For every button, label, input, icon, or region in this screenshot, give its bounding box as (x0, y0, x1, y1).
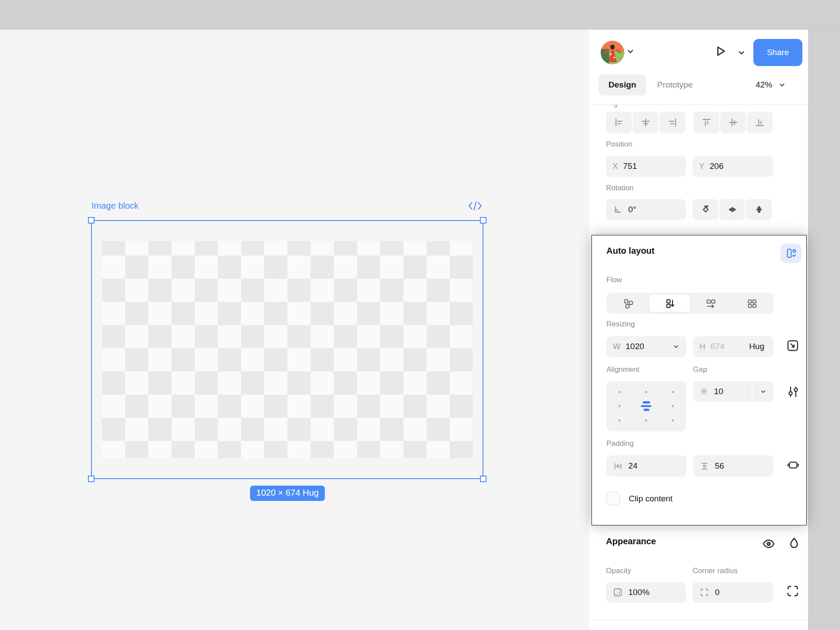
auto-layout-title: Auto layout (606, 246, 654, 256)
align-center-vertical-button[interactable] (720, 112, 746, 133)
avatar-figure (610, 45, 615, 49)
selection-handle-top-left[interactable] (88, 217, 94, 224)
chevron-down-icon[interactable] (672, 343, 680, 350)
align-left-button[interactable] (606, 112, 632, 133)
corner-radius-field[interactable]: 0 (693, 582, 773, 603)
avatar-figure (615, 49, 621, 53)
tab-design[interactable]: Design (598, 74, 646, 95)
avatar-figure (608, 49, 617, 62)
rotate-90-button[interactable] (693, 199, 718, 220)
corner-radius-value: 0 (715, 588, 720, 597)
padding-vertical-value: 56 (715, 461, 724, 471)
y-position-field[interactable]: Y 206 (693, 156, 773, 177)
window-top-bar (0, 0, 840, 30)
x-field-label: X (612, 162, 618, 171)
share-button[interactable]: Share (753, 39, 802, 66)
rotation-toolbar (693, 199, 772, 220)
angle-icon (612, 204, 623, 215)
alignment-toolbar-vertical (693, 112, 773, 133)
width-field[interactable]: W 1020 (606, 336, 686, 357)
size-badge: 1020 × 674 Hug (250, 486, 325, 501)
y-field-value: 206 (710, 161, 724, 171)
flip-horizontal-button[interactable] (719, 199, 745, 220)
flip-vertical-button[interactable] (746, 199, 772, 220)
gap-dropdown-button[interactable] (752, 381, 774, 402)
zoom-select[interactable]: 42% (756, 74, 786, 95)
scrolled-label-remnant: g (613, 105, 625, 110)
height-field[interactable]: H 674 Hug (693, 336, 774, 357)
auto-layout-applied-button[interactable] (780, 244, 802, 263)
y-field-label: Y (699, 162, 704, 171)
gap-control: 10 (693, 381, 774, 402)
droplet-icon (787, 536, 802, 550)
resize-to-fit-button[interactable] (786, 339, 800, 354)
layout-settings-button[interactable] (786, 385, 800, 400)
flow-vertical-button[interactable] (649, 294, 691, 312)
corner-radius-icon (699, 587, 710, 598)
transparent-checkerboard (102, 241, 473, 458)
selection-box[interactable] (91, 220, 483, 479)
play-icon[interactable] (712, 43, 728, 61)
frame-name-label[interactable]: Image block (91, 201, 139, 211)
blend-mode-button[interactable] (787, 536, 802, 552)
flow-segmented-control (606, 293, 774, 314)
alignment-label: Alignment (606, 365, 640, 374)
align-center-horizontal-button[interactable] (633, 112, 658, 133)
avatar[interactable] (601, 41, 624, 64)
flow-freeform-button[interactable] (608, 294, 649, 312)
horizontal-padding-icon (613, 461, 623, 471)
alignment-toolbar-horizontal (606, 112, 685, 133)
align-center-indicator (641, 401, 651, 411)
flow-horizontal-button[interactable] (690, 294, 732, 312)
opacity-label: Opacity (606, 567, 631, 575)
x-field-value: 751 (623, 161, 637, 171)
individual-padding-button[interactable] (786, 458, 800, 474)
padding-horizontal-value: 24 (628, 461, 637, 471)
visibility-button[interactable] (761, 536, 776, 553)
alignment-grid[interactable] (606, 381, 686, 431)
corner-radius-label: Corner radius (693, 567, 738, 575)
resizing-label: Resizing (606, 320, 635, 329)
padding-horizontal-field[interactable]: 24 (606, 455, 686, 476)
align-bottom-button[interactable] (747, 112, 773, 133)
appearance-title: Appearance (606, 536, 656, 546)
opacity-value: 100% (628, 588, 650, 597)
eye-icon (761, 536, 776, 551)
selection-handle-bottom-left[interactable] (88, 476, 94, 482)
gap-field[interactable]: 10 (693, 381, 752, 402)
rotation-field[interactable]: 0° (606, 199, 686, 220)
chevron-down-icon (760, 388, 767, 396)
clip-content-label: Clip content (629, 492, 672, 505)
flow-label: Flow (606, 276, 622, 284)
position-section-label: Position (606, 140, 632, 149)
align-top-button[interactable] (693, 112, 719, 133)
chevron-down-icon (778, 81, 786, 89)
width-field-label: W (613, 342, 620, 351)
vertical-padding-icon (700, 461, 710, 471)
chevron-down-icon[interactable] (626, 47, 635, 58)
flow-wrap-button[interactable] (732, 294, 773, 312)
gap-icon (699, 387, 709, 396)
height-field-value: 674 (710, 342, 724, 351)
tab-prototype[interactable]: Prototype (657, 74, 693, 95)
rotation-value: 0° (628, 205, 636, 214)
code-icon[interactable] (467, 200, 483, 214)
gap-value: 10 (714, 387, 723, 396)
clip-content-checkbox[interactable] (606, 492, 620, 505)
selection-handle-top-right[interactable] (480, 217, 486, 224)
x-position-field[interactable]: X 751 (606, 156, 686, 177)
zoom-value: 42% (756, 80, 772, 90)
height-sizing-mode[interactable]: Hug (749, 342, 767, 351)
selection-handle-bottom-right[interactable] (480, 476, 486, 482)
width-field-value: 1020 (626, 342, 644, 351)
chevron-down-icon[interactable] (737, 48, 746, 60)
padding-vertical-field[interactable]: 56 (693, 455, 774, 476)
opacity-field[interactable]: 100% (606, 582, 686, 603)
rotation-section-label: Rotation (606, 184, 634, 192)
divider (589, 620, 808, 620)
gap-label: Gap (693, 365, 707, 374)
align-right-button[interactable] (659, 112, 685, 133)
opacity-icon (612, 587, 623, 598)
independent-corners-button[interactable] (785, 584, 800, 600)
auto-layout-icon (785, 247, 797, 259)
